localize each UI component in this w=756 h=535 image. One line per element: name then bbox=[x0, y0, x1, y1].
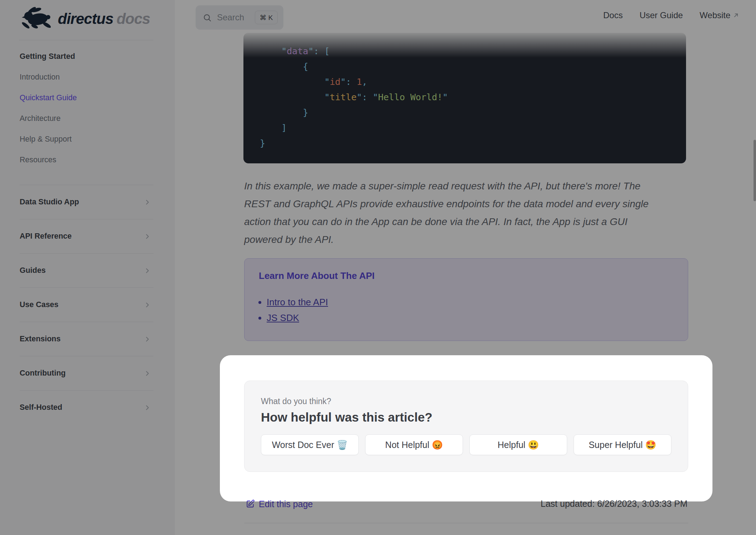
logo-text-secondary: docs bbox=[116, 10, 150, 27]
feedback-button-super-helpful[interactable]: Super Helpful 🤩 bbox=[574, 434, 671, 455]
sidebar-group-api-reference[interactable]: API Reference bbox=[20, 219, 153, 253]
search-shortcut-badge: ⌘ K bbox=[255, 11, 278, 24]
sidebar-group-label: Use Cases bbox=[20, 300, 59, 309]
feedback-button-not-helpful[interactable]: Not Helpful 😡 bbox=[365, 434, 463, 455]
sidebar-top-divider bbox=[19, 40, 153, 40]
sidebar-group-label: Self-Hosted bbox=[20, 403, 62, 412]
external-link-arrow-icon bbox=[732, 12, 740, 19]
feedback-card: What do you think? How helpful was this … bbox=[244, 381, 688, 472]
edit-pencil-icon bbox=[246, 499, 255, 509]
code-line: } bbox=[260, 136, 670, 151]
sidebar-group-list: Data Studio AppAPI ReferenceGuidesUse Ca… bbox=[20, 185, 153, 424]
chevron-right-icon bbox=[143, 335, 151, 343]
sidebar-group-use-cases[interactable]: Use Cases bbox=[20, 287, 153, 322]
search-input[interactable]: Search ⌘ K bbox=[196, 5, 283, 30]
callout-link-intro-to-the-api[interactable]: Intro to the API bbox=[267, 297, 328, 307]
sidebar-group-self-hosted[interactable]: Self-Hosted bbox=[20, 390, 153, 424]
callout-title: Learn More About The API bbox=[259, 270, 677, 281]
last-updated-text: Last updated: 6/26/2023, 3:03:33 PM bbox=[541, 499, 687, 509]
chevron-right-icon bbox=[143, 198, 151, 206]
sidebar-group-data-studio-app[interactable]: Data Studio App bbox=[20, 185, 153, 219]
chevron-right-icon bbox=[143, 301, 151, 309]
paragraph-line: REST and GraphQL APIs provide exhaustive… bbox=[244, 195, 689, 213]
footer-divider bbox=[244, 523, 688, 523]
sidebar-group-label: Extensions bbox=[20, 335, 61, 343]
nav-link-user-guide[interactable]: User Guide bbox=[640, 10, 683, 20]
sidebar-item-architecture[interactable]: Architecture bbox=[20, 108, 153, 129]
search-placeholder: Search bbox=[217, 12, 255, 22]
sidebar-group-label: Contributing bbox=[20, 369, 66, 378]
sidebar-item-quickstart-guide[interactable]: Quickstart Guide bbox=[20, 87, 153, 108]
learn-more-callout: Learn More About The API Intro to the AP… bbox=[244, 258, 688, 341]
callout-link-js-sdk[interactable]: JS SDK bbox=[267, 312, 299, 323]
logo[interactable]: directusdocs bbox=[18, 6, 150, 32]
chevron-right-icon bbox=[143, 404, 151, 412]
feedback-question: How helpful was this article? bbox=[261, 409, 671, 425]
search-icon bbox=[203, 13, 212, 22]
nav-link-label: Docs bbox=[603, 10, 623, 20]
sidebar-group-label: Data Studio App bbox=[20, 198, 79, 207]
code-line: } bbox=[260, 105, 670, 120]
callout-list-item: Intro to the API bbox=[267, 294, 677, 310]
article-paragraph: In this example, we made a super-simple … bbox=[244, 177, 689, 249]
sidebar: directusdocs Getting Started Introductio… bbox=[0, 0, 175, 535]
feedback-button-helpful[interactable]: Helpful 😃 bbox=[469, 434, 567, 455]
sidebar-item-introduction[interactable]: Introduction bbox=[20, 67, 153, 87]
feedback-kicker: What do you think? bbox=[261, 396, 671, 407]
code-line: "data": [ bbox=[260, 44, 670, 59]
nav-link-label: Website bbox=[700, 10, 730, 20]
chevron-right-icon bbox=[143, 370, 151, 377]
sidebar-item-resources[interactable]: Resources bbox=[20, 149, 153, 170]
feedback-options: Worst Doc Ever 🗑️Not Helpful 😡Helpful 😃S… bbox=[261, 434, 671, 455]
code-block: "data": [ { "id": 1, "title": "Hello Wor… bbox=[243, 33, 686, 163]
sidebar-group-guides[interactable]: Guides bbox=[20, 253, 153, 287]
navbar-links: DocsUser GuideWebsite bbox=[603, 0, 740, 31]
callout-list-item: JS SDK bbox=[267, 310, 677, 326]
paragraph-line: In this example, we made a super-simple … bbox=[244, 177, 689, 195]
paragraph-line: powered by the API. bbox=[244, 231, 689, 249]
code-line: ] bbox=[260, 120, 670, 136]
paragraph-line: action that you can do in the App can be… bbox=[244, 213, 689, 231]
sidebar-group-contributing[interactable]: Contributing bbox=[20, 356, 153, 390]
sidebar-section-header: Getting Started bbox=[20, 50, 153, 63]
code-line: "id": 1, bbox=[260, 74, 670, 90]
page: directusdocs Getting Started Introductio… bbox=[0, 0, 756, 535]
code-line: { bbox=[260, 59, 670, 74]
nav-link-docs[interactable]: Docs bbox=[603, 10, 623, 20]
sidebar-group-extensions[interactable]: Extensions bbox=[20, 322, 153, 356]
sidebar-group-label: Guides bbox=[20, 266, 46, 275]
directus-rabbit-icon bbox=[18, 6, 54, 31]
code-line: "title": "Hello World!" bbox=[260, 90, 670, 105]
sidebar-item-list: IntroductionQuickstart GuideArchitecture… bbox=[20, 67, 153, 170]
nav-link-label: User Guide bbox=[640, 10, 683, 20]
edit-link-label: Edit this page bbox=[259, 499, 313, 509]
sidebar-group-label: API Reference bbox=[20, 232, 72, 241]
chevron-right-icon bbox=[143, 267, 151, 275]
feedback-button-worst-doc-ever[interactable]: Worst Doc Ever 🗑️ bbox=[261, 434, 359, 455]
edit-this-page-link[interactable]: Edit this page bbox=[246, 498, 313, 510]
sidebar-item-help-support[interactable]: Help & Support bbox=[20, 129, 153, 149]
callout-link-list: Intro to the APIJS SDK bbox=[259, 294, 677, 326]
sidebar-nav: Getting Started IntroductionQuickstart G… bbox=[20, 50, 153, 424]
nav-link-website[interactable]: Website bbox=[700, 10, 740, 20]
chevron-right-icon bbox=[143, 233, 151, 240]
scrollbar-thumb[interactable] bbox=[754, 140, 756, 201]
logo-text-primary: directus bbox=[58, 10, 113, 27]
